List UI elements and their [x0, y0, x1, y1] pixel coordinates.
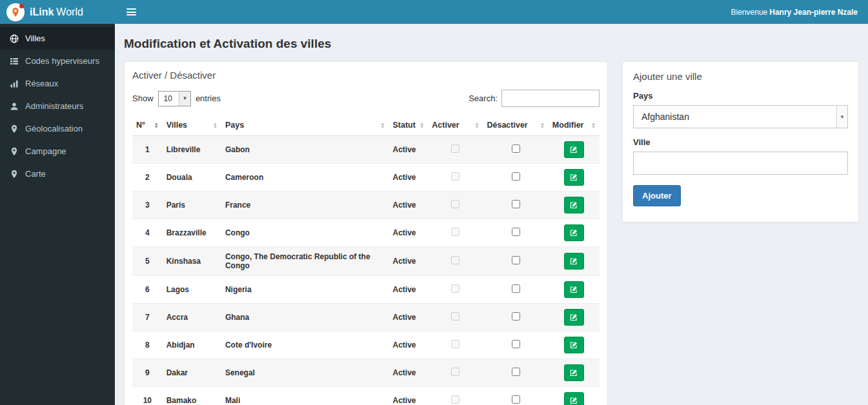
edit-icon: [569, 257, 578, 266]
add-panel-title: Ajouter une ville: [633, 71, 848, 82]
desactiver-checkbox[interactable]: [512, 395, 520, 404]
activer-checkbox[interactable]: [451, 172, 459, 181]
edit-icon: [569, 341, 578, 350]
row-statut: Active: [389, 247, 428, 276]
modifier-button[interactable]: [564, 141, 584, 158]
activer-checkbox[interactable]: [451, 228, 459, 236]
edit-icon: [569, 396, 578, 405]
sidebar-toggle-icon[interactable]: [126, 8, 136, 15]
sidebar-item-geolocalisation[interactable]: Géolocalisation: [0, 117, 115, 140]
table-row: 3 Paris France Active: [132, 192, 600, 219]
welcome-user-name: Hanry Jean-pierre Nzale: [769, 8, 858, 17]
sidebar-item-villes[interactable]: Villes: [0, 27, 115, 50]
modifier-button[interactable]: [564, 281, 584, 298]
pays-label: Pays: [633, 91, 848, 101]
column-header-desactiver[interactable]: Désactiver: [483, 115, 548, 136]
table-row: 10 Bamako Mali Active: [132, 387, 600, 405]
table-header-row: N° Villes Pays Statut Activer Désactiver…: [132, 115, 600, 136]
modifier-button[interactable]: [564, 169, 584, 186]
desactiver-checkbox[interactable]: [512, 256, 520, 264]
table-row: 8 Abidjan Cote d'Ivoire Active: [132, 331, 600, 359]
row-pays: France: [221, 192, 389, 219]
row-number: 6: [132, 276, 163, 304]
desactiver-checkbox[interactable]: [512, 312, 520, 321]
app-title: iLinkWorld: [30, 6, 83, 18]
row-pays: Ghana: [221, 304, 389, 331]
row-statut: Active: [389, 164, 428, 192]
activer-checkbox[interactable]: [451, 312, 459, 321]
page-title: Modification et Activation des villes: [124, 37, 859, 51]
villes-table-panel: Activer / Désactiver Show 10 ▼ entries S…: [124, 61, 608, 405]
sidebar-item-reseaux[interactable]: Réseaux: [0, 72, 115, 95]
sort-icon: [213, 122, 217, 128]
row-statut: Active: [389, 219, 428, 247]
row-pays: Cote d'Ivoire: [221, 331, 389, 359]
desactiver-checkbox[interactable]: [512, 144, 520, 153]
activer-checkbox[interactable]: [451, 200, 459, 208]
row-ville: Douala: [163, 164, 221, 192]
modifier-button[interactable]: [564, 224, 584, 241]
modifier-button[interactable]: [564, 197, 584, 213]
activer-checkbox[interactable]: [451, 256, 459, 264]
column-header-villes[interactable]: Villes: [163, 115, 221, 136]
desactiver-checkbox[interactable]: [512, 172, 520, 181]
desactiver-checkbox[interactable]: [512, 340, 520, 348]
map-marker-icon: [10, 170, 19, 179]
welcome-message: BienvenueHanry Jean-pierre Nzale: [731, 8, 858, 17]
search-input[interactable]: [501, 90, 600, 107]
desactiver-checkbox[interactable]: [512, 200, 520, 208]
row-ville: Lagos: [163, 276, 221, 304]
welcome-prefix: Bienvenue: [731, 8, 768, 17]
row-ville: Brazzaville: [163, 219, 221, 247]
sidebar-item-label: Villes: [25, 34, 45, 43]
desactiver-checkbox[interactable]: [512, 368, 520, 376]
edit-icon: [569, 313, 578, 322]
sidebar-item-administrateurs[interactable]: Administrateurs: [0, 95, 115, 117]
row-number: 2: [132, 164, 163, 192]
activer-checkbox[interactable]: [451, 395, 459, 404]
activer-checkbox[interactable]: [451, 340, 459, 348]
row-pays: Congo: [221, 219, 389, 247]
sidebar-item-label: Géolocalisation: [25, 124, 83, 133]
page-length-control: Show 10 ▼ entries: [132, 91, 221, 106]
villes-table-body: 1 Libreville Gabon Active 2 Douala Camer…: [132, 136, 600, 405]
activer-checkbox[interactable]: [451, 368, 459, 376]
row-number: 3: [132, 192, 163, 219]
sidebar-item-campagne[interactable]: Campagne: [0, 140, 115, 163]
ville-input[interactable]: [633, 152, 848, 175]
sort-icon: [591, 122, 596, 128]
modifier-button[interactable]: [564, 364, 584, 381]
sort-icon: [419, 122, 424, 128]
app-title-bold: iLink: [30, 6, 54, 17]
column-header-modifier[interactable]: Modifier: [549, 115, 600, 136]
column-header-statut[interactable]: Statut: [389, 115, 428, 136]
row-number: 7: [132, 304, 163, 331]
edit-icon: [569, 173, 578, 182]
row-pays: Nigeria: [221, 276, 389, 304]
main-content: Modification et Activation des villes Ac…: [115, 24, 868, 405]
desactiver-checkbox[interactable]: [512, 284, 520, 293]
activer-checkbox[interactable]: [451, 284, 459, 293]
column-header-activer[interactable]: Activer: [428, 115, 483, 136]
desactiver-checkbox[interactable]: [512, 228, 520, 236]
activer-checkbox[interactable]: [451, 144, 459, 153]
modifier-button[interactable]: [564, 309, 584, 326]
entries-label: entries: [196, 94, 221, 103]
modifier-button[interactable]: [564, 337, 584, 353]
user-icon: [10, 102, 19, 111]
pays-select[interactable]: Afghanistan ▼: [633, 105, 848, 128]
table-row: 5 Kinshasa Congo, The Democratic Republi…: [132, 247, 600, 276]
logo-dot: [19, 4, 24, 8]
edit-icon: [569, 368, 578, 377]
map-marker-icon: [10, 147, 19, 156]
ajouter-button[interactable]: Ajouter: [633, 185, 681, 206]
globe-icon: [10, 34, 19, 43]
sidebar-item-carte[interactable]: Carte: [0, 163, 115, 185]
column-header-num[interactable]: N°: [132, 115, 163, 136]
modifier-button[interactable]: [564, 253, 584, 270]
page-length-select[interactable]: 10 ▼: [158, 91, 191, 106]
row-number: 10: [132, 387, 163, 405]
column-header-pays[interactable]: Pays: [221, 115, 389, 136]
modifier-button[interactable]: [564, 392, 584, 405]
sidebar-item-codes-hyperviseurs[interactable]: Codes hyperviseurs: [0, 50, 115, 72]
